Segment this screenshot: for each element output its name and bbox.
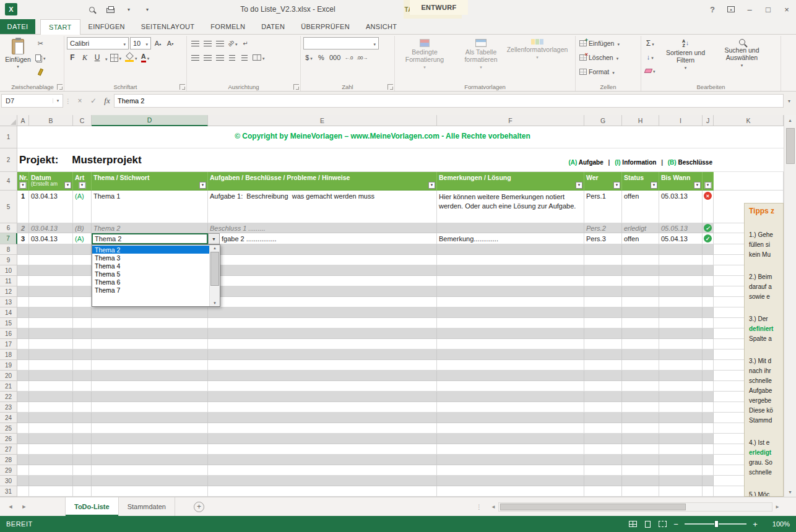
cell[interactable] — [659, 402, 703, 413]
font-color-button[interactable]: A — [140, 51, 151, 64]
cell[interactable] — [584, 297, 622, 307]
cell[interactable] — [703, 434, 714, 444]
dialog-launcher-icon[interactable] — [180, 84, 185, 90]
cell[interactable] — [73, 339, 92, 350]
cell[interactable] — [29, 328, 73, 339]
conditional-formatting-button[interactable]: Bedingte Formatierung ▾ — [397, 37, 452, 70]
cell[interactable] — [73, 318, 92, 328]
cell[interactable] — [29, 339, 73, 350]
table-header-wer[interactable]: Wer — [584, 172, 622, 191]
shrink-font-button[interactable]: A▾ — [165, 37, 176, 49]
cell[interactable] — [622, 360, 659, 371]
format-cells-button[interactable]: Format — [578, 66, 638, 78]
underline-button[interactable]: U — [92, 51, 103, 64]
sheet-grid[interactable]: © Copyright by MeineVorlagen – www.Meine… — [17, 126, 784, 497]
cell[interactable] — [659, 276, 703, 286]
cell[interactable] — [437, 297, 584, 307]
cell[interactable] — [29, 371, 73, 381]
cell[interactable] — [584, 276, 622, 286]
table-header-bis-wann[interactable]: Bis Wann — [659, 172, 703, 191]
cell[interactable] — [17, 244, 29, 255]
cell[interactable] — [437, 486, 584, 497]
data-validation-dropdown-button[interactable] — [208, 233, 220, 244]
cell-B6[interactable]: 03.04.13 — [29, 223, 73, 233]
dropdown-item-thema-7[interactable]: Thema 7 — [92, 286, 209, 294]
cancel-button[interactable]: × — [73, 94, 87, 108]
cell-B7[interactable]: 03.04.13 — [29, 233, 73, 244]
cell[interactable] — [703, 381, 714, 392]
cell[interactable] — [208, 381, 437, 392]
cell[interactable] — [622, 297, 659, 307]
enter-button[interactable]: ✓ — [87, 94, 100, 108]
column-header-G[interactable]: G — [584, 115, 622, 126]
row-header-18[interactable]: 18 — [0, 350, 17, 360]
tab-ansicht[interactable]: ANSICHT — [358, 19, 405, 34]
cell[interactable] — [73, 286, 92, 297]
cell[interactable] — [73, 265, 92, 276]
cell[interactable] — [29, 297, 73, 307]
page-break-view-icon[interactable] — [655, 516, 670, 532]
cell[interactable] — [73, 392, 92, 402]
cell[interactable] — [29, 360, 73, 371]
tab-seitenlayout[interactable]: SEITENLAYOUT — [133, 19, 203, 34]
align-middle-button[interactable] — [202, 37, 213, 49]
new-sheet-button[interactable]: + — [194, 502, 204, 512]
cell-A5[interactable]: 1 — [17, 191, 29, 223]
cell[interactable] — [73, 371, 92, 381]
cell[interactable] — [659, 444, 703, 455]
row-header-17[interactable]: 17 — [0, 339, 17, 350]
cell[interactable] — [703, 413, 714, 423]
cell[interactable] — [584, 265, 622, 276]
cell[interactable] — [622, 434, 659, 444]
cell[interactable] — [208, 339, 437, 350]
horizontal-scrollbar[interactable]: ◄ ► — [488, 502, 782, 512]
row-header-19[interactable]: 19 — [0, 360, 17, 371]
cell[interactable] — [703, 402, 714, 413]
cell[interactable] — [73, 244, 92, 255]
cell[interactable] — [659, 371, 703, 381]
column-header-F[interactable]: F — [437, 115, 584, 126]
cell[interactable] — [92, 444, 208, 455]
cell[interactable] — [92, 455, 208, 465]
cell[interactable] — [584, 286, 622, 297]
table-header-art[interactable]: Art — [73, 172, 92, 191]
cell[interactable] — [208, 423, 437, 434]
cell[interactable] — [208, 392, 437, 402]
row-header-1[interactable]: 1 — [0, 126, 17, 148]
cell[interactable] — [73, 423, 92, 434]
cell[interactable] — [92, 350, 208, 360]
filter-icon[interactable] — [20, 182, 27, 189]
cell[interactable] — [17, 486, 29, 497]
cell[interactable] — [17, 307, 29, 318]
chevron-down-icon[interactable] — [104, 52, 108, 63]
cell[interactable] — [703, 423, 714, 434]
cell[interactable] — [208, 455, 437, 465]
row-header-9[interactable]: 9 — [0, 255, 17, 265]
cell[interactable] — [584, 434, 622, 444]
cell[interactable] — [622, 371, 659, 381]
cell[interactable] — [437, 423, 584, 434]
column-header-K[interactable]: K — [714, 115, 784, 126]
cell-G6[interactable]: Pers.2 — [584, 223, 622, 233]
row-header-30[interactable]: 30 — [0, 476, 17, 486]
grow-font-button[interactable]: A▴ — [152, 37, 163, 49]
cell[interactable] — [437, 413, 584, 423]
comma-style-button[interactable]: 000 — [328, 51, 342, 64]
cell-J6[interactable]: ✓ — [703, 223, 714, 233]
cell[interactable] — [584, 486, 622, 497]
cell[interactable] — [659, 350, 703, 360]
cell[interactable] — [29, 244, 73, 255]
cell[interactable] — [92, 318, 208, 328]
cell-F5[interactable]: Hier können weitere Bemerkungen notiert … — [437, 191, 584, 223]
scrollbar-thumb[interactable] — [786, 128, 795, 164]
vertical-scrollbar[interactable]: ▲ ▼ — [784, 115, 796, 497]
row-header-31[interactable]: 31 — [0, 486, 17, 497]
splitter-handle[interactable]: ⋮ — [474, 504, 485, 510]
cell-A7[interactable]: 3 — [17, 233, 29, 244]
cell[interactable] — [659, 392, 703, 402]
cell[interactable] — [659, 286, 703, 297]
cell[interactable] — [73, 465, 92, 476]
cell[interactable] — [208, 276, 437, 286]
cell[interactable] — [73, 360, 92, 371]
cell-E7[interactable]: fgabe 2 ................ — [208, 233, 437, 244]
